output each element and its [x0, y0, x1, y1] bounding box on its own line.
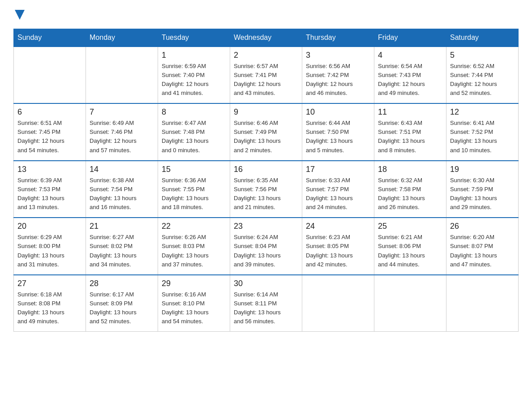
day-info: Sunrise: 6:54 AM Sunset: 7:43 PM Dayligh… [378, 62, 442, 98]
calendar-cell [14, 47, 86, 104]
calendar-cell: 8Sunrise: 6:47 AM Sunset: 7:48 PM Daylig… [158, 103, 230, 161]
day-number: 22 [162, 222, 226, 231]
day-info: Sunrise: 6:51 AM Sunset: 7:45 PM Dayligh… [17, 119, 82, 155]
calendar-week-row: 20Sunrise: 6:29 AM Sunset: 8:00 PM Dayli… [14, 218, 519, 275]
day-number: 23 [234, 222, 298, 231]
calendar-cell: 29Sunrise: 6:16 AM Sunset: 8:10 PM Dayli… [158, 275, 230, 332]
calendar-week-row: 1Sunrise: 6:59 AM Sunset: 7:40 PM Daylig… [14, 47, 519, 104]
calendar-cell: 3Sunrise: 6:56 AM Sunset: 7:42 PM Daylig… [302, 47, 374, 104]
day-info: Sunrise: 6:27 AM Sunset: 8:02 PM Dayligh… [90, 233, 154, 269]
day-number: 4 [378, 51, 442, 60]
calendar-cell: 13Sunrise: 6:39 AM Sunset: 7:53 PM Dayli… [14, 161, 86, 218]
day-info: Sunrise: 6:24 AM Sunset: 8:04 PM Dayligh… [234, 233, 298, 269]
calendar-cell: 26Sunrise: 6:20 AM Sunset: 8:07 PM Dayli… [446, 218, 519, 275]
day-info: Sunrise: 6:30 AM Sunset: 7:59 PM Dayligh… [450, 176, 515, 212]
day-number: 8 [162, 107, 226, 117]
day-number: 14 [90, 165, 154, 174]
day-info: Sunrise: 6:43 AM Sunset: 7:51 PM Dayligh… [378, 119, 442, 155]
calendar-cell: 1Sunrise: 6:59 AM Sunset: 7:40 PM Daylig… [158, 47, 230, 104]
day-info: Sunrise: 6:17 AM Sunset: 8:09 PM Dayligh… [90, 290, 154, 326]
day-number: 26 [450, 222, 515, 231]
day-info: Sunrise: 6:16 AM Sunset: 8:10 PM Dayligh… [162, 290, 226, 326]
day-info: Sunrise: 6:20 AM Sunset: 8:07 PM Dayligh… [450, 233, 515, 269]
day-number: 6 [17, 107, 82, 117]
day-info: Sunrise: 6:38 AM Sunset: 7:54 PM Dayligh… [90, 176, 154, 212]
calendar-day-header: Sunday [14, 29, 86, 47]
calendar-cell: 14Sunrise: 6:38 AM Sunset: 7:54 PM Dayli… [86, 161, 158, 218]
calendar-cell: 20Sunrise: 6:29 AM Sunset: 8:00 PM Dayli… [14, 218, 86, 275]
calendar-cell: 17Sunrise: 6:33 AM Sunset: 7:57 PM Dayli… [302, 161, 374, 218]
calendar-day-header: Saturday [446, 29, 519, 47]
day-info: Sunrise: 6:23 AM Sunset: 8:05 PM Dayligh… [306, 233, 370, 269]
calendar-cell [86, 47, 158, 104]
day-number: 15 [162, 165, 226, 174]
calendar-cell [446, 275, 519, 332]
calendar-cell: 2Sunrise: 6:57 AM Sunset: 7:41 PM Daylig… [230, 47, 302, 104]
calendar-cell: 6Sunrise: 6:51 AM Sunset: 7:45 PM Daylig… [14, 103, 86, 161]
day-info: Sunrise: 6:41 AM Sunset: 7:52 PM Dayligh… [450, 119, 515, 155]
logo-triangle-icon [15, 10, 25, 20]
day-number: 29 [162, 279, 226, 288]
day-number: 25 [378, 222, 442, 231]
day-info: Sunrise: 6:56 AM Sunset: 7:42 PM Dayligh… [306, 62, 370, 98]
calendar-week-row: 13Sunrise: 6:39 AM Sunset: 7:53 PM Dayli… [14, 161, 519, 218]
day-info: Sunrise: 6:35 AM Sunset: 7:56 PM Dayligh… [234, 176, 298, 212]
calendar-cell: 30Sunrise: 6:14 AM Sunset: 8:11 PM Dayli… [230, 275, 302, 332]
calendar-cell: 4Sunrise: 6:54 AM Sunset: 7:43 PM Daylig… [374, 47, 446, 104]
calendar-cell: 11Sunrise: 6:43 AM Sunset: 7:51 PM Dayli… [374, 103, 446, 161]
day-info: Sunrise: 6:44 AM Sunset: 7:50 PM Dayligh… [306, 119, 370, 155]
day-number: 28 [90, 279, 154, 288]
day-number: 9 [234, 107, 298, 117]
day-info: Sunrise: 6:52 AM Sunset: 7:44 PM Dayligh… [450, 62, 515, 98]
calendar-week-row: 27Sunrise: 6:18 AM Sunset: 8:08 PM Dayli… [14, 275, 519, 332]
calendar-cell: 18Sunrise: 6:32 AM Sunset: 7:58 PM Dayli… [374, 161, 446, 218]
logo [13, 9, 25, 20]
day-info: Sunrise: 6:46 AM Sunset: 7:49 PM Dayligh… [234, 119, 298, 155]
day-info: Sunrise: 6:33 AM Sunset: 7:57 PM Dayligh… [306, 176, 370, 212]
day-number: 30 [234, 279, 298, 288]
day-number: 18 [378, 165, 442, 174]
calendar-cell: 19Sunrise: 6:30 AM Sunset: 7:59 PM Dayli… [446, 161, 519, 218]
calendar-cell: 16Sunrise: 6:35 AM Sunset: 7:56 PM Dayli… [230, 161, 302, 218]
calendar-cell: 10Sunrise: 6:44 AM Sunset: 7:50 PM Dayli… [302, 103, 374, 161]
calendar-cell: 5Sunrise: 6:52 AM Sunset: 7:44 PM Daylig… [446, 47, 519, 104]
calendar-day-header: Wednesday [230, 29, 302, 47]
calendar-day-header: Friday [374, 29, 446, 47]
day-number: 11 [378, 107, 442, 117]
day-number: 7 [90, 107, 154, 117]
day-number: 5 [450, 51, 515, 60]
calendar-day-header: Monday [86, 29, 158, 47]
calendar-cell: 22Sunrise: 6:26 AM Sunset: 8:03 PM Dayli… [158, 218, 230, 275]
day-info: Sunrise: 6:57 AM Sunset: 7:41 PM Dayligh… [234, 62, 298, 98]
calendar-cell: 27Sunrise: 6:18 AM Sunset: 8:08 PM Dayli… [14, 275, 86, 332]
day-info: Sunrise: 6:26 AM Sunset: 8:03 PM Dayligh… [162, 233, 226, 269]
calendar-table: SundayMondayTuesdayWednesdayThursdayFrid… [13, 29, 519, 332]
day-number: 3 [306, 51, 370, 60]
day-info: Sunrise: 6:47 AM Sunset: 7:48 PM Dayligh… [162, 119, 226, 155]
day-number: 12 [450, 107, 515, 117]
day-info: Sunrise: 6:21 AM Sunset: 8:06 PM Dayligh… [378, 233, 442, 269]
day-number: 27 [17, 279, 82, 288]
calendar-cell [302, 275, 374, 332]
day-number: 20 [17, 222, 82, 231]
day-number: 19 [450, 165, 515, 174]
calendar-cell: 7Sunrise: 6:49 AM Sunset: 7:46 PM Daylig… [86, 103, 158, 161]
day-number: 10 [306, 107, 370, 117]
calendar-week-row: 6Sunrise: 6:51 AM Sunset: 7:45 PM Daylig… [14, 103, 519, 161]
page-header [13, 9, 519, 20]
day-info: Sunrise: 6:29 AM Sunset: 8:00 PM Dayligh… [17, 233, 82, 269]
calendar-cell: 25Sunrise: 6:21 AM Sunset: 8:06 PM Dayli… [374, 218, 446, 275]
calendar-cell: 9Sunrise: 6:46 AM Sunset: 7:49 PM Daylig… [230, 103, 302, 161]
day-info: Sunrise: 6:36 AM Sunset: 7:55 PM Dayligh… [162, 176, 226, 212]
day-info: Sunrise: 6:59 AM Sunset: 7:40 PM Dayligh… [162, 62, 226, 98]
calendar-header-row: SundayMondayTuesdayWednesdayThursdayFrid… [14, 29, 519, 47]
day-number: 13 [17, 165, 82, 174]
svg-marker-0 [15, 10, 25, 20]
calendar-cell: 15Sunrise: 6:36 AM Sunset: 7:55 PM Dayli… [158, 161, 230, 218]
calendar-day-header: Tuesday [158, 29, 230, 47]
day-number: 1 [162, 51, 226, 60]
day-info: Sunrise: 6:14 AM Sunset: 8:11 PM Dayligh… [234, 290, 298, 326]
calendar-cell: 21Sunrise: 6:27 AM Sunset: 8:02 PM Dayli… [86, 218, 158, 275]
calendar-cell: 28Sunrise: 6:17 AM Sunset: 8:09 PM Dayli… [86, 275, 158, 332]
calendar-cell: 23Sunrise: 6:24 AM Sunset: 8:04 PM Dayli… [230, 218, 302, 275]
